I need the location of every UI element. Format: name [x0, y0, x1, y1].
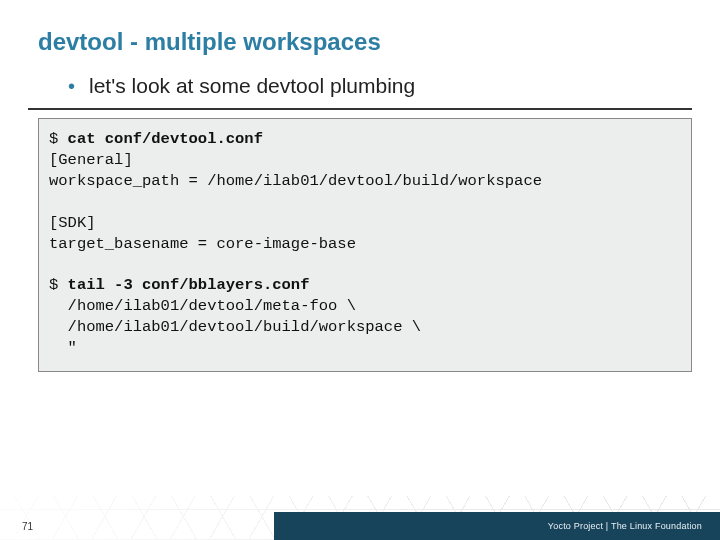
- code-line: [General]: [49, 151, 133, 169]
- code-line: $: [49, 276, 68, 294]
- code-line: ": [49, 339, 77, 357]
- code-block: $ cat conf/devtool.conf [General] worksp…: [38, 118, 692, 372]
- code-line: /home/ilab01/devtool/build/workspace \: [49, 318, 421, 336]
- code-line: target_basename = core-image-base: [49, 235, 356, 253]
- footer-bar: Yocto Project | The Linux Foundation: [274, 512, 720, 540]
- code-line: cat conf/devtool.conf: [68, 130, 263, 148]
- footer: 71 Yocto Project | The Linux Foundation: [0, 496, 720, 540]
- page-number: 71: [22, 521, 33, 532]
- slide: devtool - multiple workspaces • let's lo…: [0, 0, 720, 540]
- slide-title: devtool - multiple workspaces: [0, 0, 720, 56]
- code-line: workspace_path = /home/ilab01/devtool/bu…: [49, 172, 542, 190]
- code-line: [SDK]: [49, 214, 96, 232]
- footer-credit: Yocto Project | The Linux Foundation: [548, 521, 702, 531]
- code-line: $: [49, 130, 68, 148]
- bullet-icon: •: [68, 76, 75, 96]
- bullet-text: let's look at some devtool plumbing: [89, 74, 415, 98]
- bullet-row: • let's look at some devtool plumbing: [28, 56, 692, 110]
- code-line: /home/ilab01/devtool/meta-foo \: [49, 297, 356, 315]
- code-line: tail -3 conf/bblayers.conf: [68, 276, 310, 294]
